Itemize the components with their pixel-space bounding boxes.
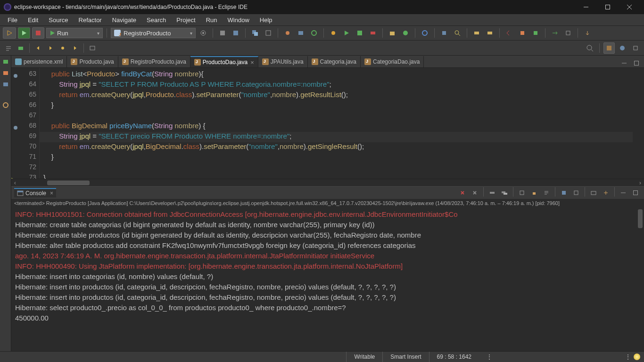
scroll-right-icon[interactable]: › bbox=[636, 179, 644, 186]
remove-launch-button[interactable] bbox=[487, 187, 498, 198]
new-package-button[interactable] bbox=[387, 27, 398, 39]
tip-bulb-icon[interactable] bbox=[634, 354, 640, 360]
new-console-button[interactable] bbox=[600, 187, 611, 198]
quick-access-button[interactable] bbox=[584, 42, 595, 54]
menu-edit[interactable]: Edit bbox=[23, 15, 43, 25]
toolbar-button[interactable] bbox=[471, 27, 482, 39]
tab-persistence-xml[interactable]: persistence.xml bbox=[11, 56, 67, 67]
open-perspective-button[interactable] bbox=[630, 42, 641, 54]
scroll-lock-button[interactable] bbox=[528, 187, 540, 198]
menu-window[interactable]: Window bbox=[223, 15, 254, 25]
status-overflow-menu[interactable]: ⋮ bbox=[479, 352, 500, 362]
coverage-button[interactable] bbox=[354, 27, 365, 39]
toolbar-button[interactable] bbox=[419, 27, 430, 39]
perspective-java-button[interactable] bbox=[603, 42, 615, 54]
status-overflow-menu[interactable]: ⋮ bbox=[622, 352, 634, 362]
save-all-button[interactable] bbox=[249, 27, 261, 39]
console-tool[interactable] bbox=[457, 187, 468, 198]
minimize-console-button[interactable] bbox=[618, 187, 629, 198]
view-icon[interactable] bbox=[1, 69, 10, 77]
perspective-debug-button[interactable] bbox=[617, 42, 628, 54]
minimize-button[interactable] bbox=[575, 0, 597, 14]
tab-producto-java[interactable]: Producto.java bbox=[67, 56, 118, 67]
toolbar-button[interactable] bbox=[549, 27, 561, 39]
close-console-icon[interactable]: × bbox=[50, 190, 53, 197]
debug-button[interactable] bbox=[3, 27, 16, 39]
search-button[interactable] bbox=[452, 27, 463, 39]
toolbar-button[interactable] bbox=[57, 42, 68, 54]
display-selected-button[interactable] bbox=[570, 187, 582, 198]
console-output[interactable]: ▴ INFO: HHH10001501: Connection obtained… bbox=[11, 207, 644, 351]
word-wrap-button[interactable] bbox=[541, 187, 552, 198]
pin-button[interactable] bbox=[582, 27, 593, 39]
console-header: Console × bbox=[11, 187, 644, 199]
horizontal-scrollbar[interactable]: ‹ › bbox=[11, 179, 644, 186]
toolbar-button[interactable] bbox=[530, 27, 541, 39]
menu-project[interactable]: Project bbox=[172, 15, 200, 25]
toolbar-button[interactable] bbox=[15, 42, 26, 54]
maximize-button[interactable] bbox=[597, 0, 619, 14]
toolbar-button[interactable] bbox=[308, 27, 320, 39]
scrollbar-thumb[interactable] bbox=[47, 181, 90, 185]
package-explorer-icon[interactable] bbox=[1, 58, 10, 66]
maximize-console-button[interactable] bbox=[630, 187, 641, 198]
back-button[interactable] bbox=[33, 42, 44, 54]
view-icon[interactable] bbox=[1, 101, 10, 109]
tab-registroproducto-java[interactable]: RegistroProducto.java bbox=[118, 56, 190, 67]
menu-help[interactable]: Help bbox=[255, 15, 277, 25]
tab-categoria-java[interactable]: Categoria.java bbox=[308, 56, 361, 67]
open-console-button[interactable] bbox=[588, 187, 599, 198]
external-tools-button[interactable] bbox=[367, 27, 379, 39]
tab-jpautils-java[interactable]: JPAUtils.java bbox=[258, 56, 308, 67]
gutter[interactable]: 6364656667686970717273➤74 bbox=[11, 68, 40, 179]
last-edit-button[interactable] bbox=[69, 42, 81, 54]
console-tool[interactable] bbox=[469, 187, 480, 198]
pin-console-button[interactable] bbox=[558, 187, 570, 198]
minimize-view-button[interactable] bbox=[619, 58, 630, 69]
run-button[interactable] bbox=[18, 27, 30, 39]
maximize-view-button[interactable] bbox=[631, 58, 642, 69]
close-button[interactable] bbox=[619, 0, 640, 14]
toolbar-button[interactable] bbox=[562, 27, 574, 39]
tab-productodao-java[interactable]: ProductoDao.java× bbox=[190, 56, 258, 67]
scroll-left-icon[interactable]: ‹ bbox=[11, 179, 19, 186]
scroll-up-icon[interactable]: ▴ bbox=[640, 207, 643, 217]
toolbar-button[interactable] bbox=[263, 27, 274, 39]
console-tab[interactable]: Console × bbox=[14, 188, 56, 197]
save-button[interactable] bbox=[230, 27, 241, 39]
launch-config-select[interactable]: RegistroProducto bbox=[111, 28, 196, 38]
toolbar-button[interactable] bbox=[517, 27, 528, 39]
toolbar-button[interactable] bbox=[87, 42, 98, 54]
clear-console-button[interactable] bbox=[516, 187, 528, 198]
menu-search[interactable]: Search bbox=[142, 15, 171, 25]
toolbar-button[interactable] bbox=[295, 27, 306, 39]
console-scrollbar-thumb[interactable] bbox=[638, 209, 643, 228]
stop-button[interactable] bbox=[32, 27, 44, 39]
toggle-breadcrumb-button[interactable] bbox=[3, 42, 14, 54]
forward-button[interactable] bbox=[45, 42, 56, 54]
run-drop-button[interactable] bbox=[341, 27, 352, 39]
menu-file[interactable]: File bbox=[3, 15, 22, 25]
toolbar-button[interactable] bbox=[282, 27, 293, 39]
open-type-button[interactable] bbox=[438, 27, 450, 39]
debug-drop-button[interactable] bbox=[328, 27, 339, 39]
svg-point-22 bbox=[455, 31, 459, 34]
code-area[interactable]: public List<Producto> findByCat(String n… bbox=[40, 68, 633, 179]
menu-run[interactable]: Run bbox=[201, 15, 222, 25]
tab-categoriadao-java[interactable]: CategoriaDao.java bbox=[361, 56, 424, 67]
launch-settings-button[interactable] bbox=[198, 27, 209, 39]
overview-ruler[interactable] bbox=[633, 68, 644, 179]
remove-all-button[interactable] bbox=[499, 187, 510, 198]
close-tab-icon[interactable]: × bbox=[250, 59, 254, 66]
toolbar-button[interactable] bbox=[484, 27, 495, 39]
toolbar-button[interactable] bbox=[504, 27, 515, 39]
menu-source[interactable]: Source bbox=[44, 15, 73, 25]
svg-rect-32 bbox=[18, 47, 23, 50]
run-config-select[interactable]: Run bbox=[46, 28, 103, 38]
new-button[interactable] bbox=[217, 27, 228, 39]
view-icon[interactable] bbox=[1, 80, 10, 89]
menu-navigate[interactable]: Navigate bbox=[107, 15, 141, 25]
editor-body[interactable]: 6364656667686970717273➤74 public List<Pr… bbox=[11, 68, 644, 179]
new-class-button[interactable] bbox=[400, 27, 411, 39]
menu-refactor[interactable]: Refactor bbox=[74, 15, 107, 25]
